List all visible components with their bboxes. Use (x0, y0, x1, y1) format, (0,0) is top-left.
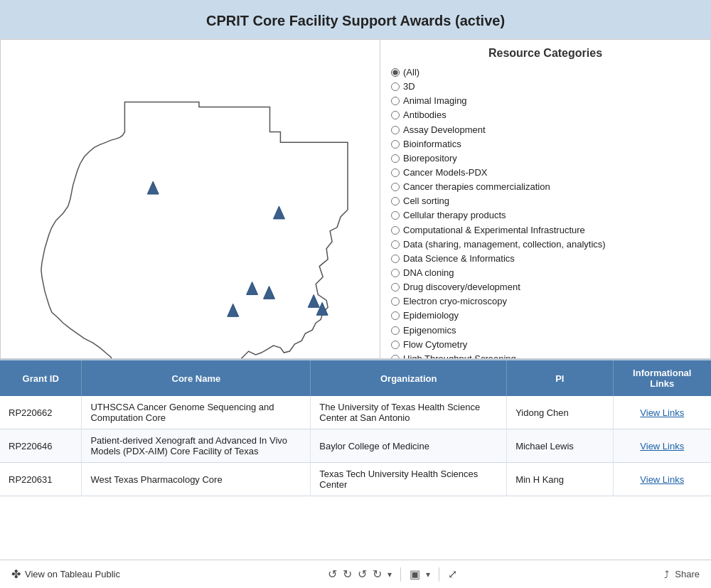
category-label: (All) (403, 65, 419, 80)
category-label: Epigenomics (403, 324, 456, 338)
category-radio[interactable] (391, 82, 400, 91)
main-container: CPRIT Core Facility Support Awards (acti… (0, 0, 711, 588)
category-radio[interactable] (391, 140, 400, 149)
category-radio[interactable] (391, 111, 400, 119)
category-item[interactable]: Assay Development (391, 123, 700, 137)
footer-center: ↺ ↻ ↺ ↻ ▾ ▣ ▾ ⤢ (328, 567, 457, 582)
resource-categories-title: Resource Categories (391, 47, 700, 60)
category-radio[interactable] (391, 197, 400, 205)
fullscreen-icon[interactable]: ⤢ (448, 567, 457, 581)
category-item[interactable]: 3D (391, 80, 700, 94)
col-header-organization: Organization (311, 360, 507, 396)
category-item[interactable]: Flow Cytometry (391, 338, 700, 352)
tableau-link[interactable]: View on Tableau Public (25, 569, 120, 579)
category-item[interactable]: Data (sharing, management, collection, a… (391, 237, 700, 252)
category-item[interactable]: Animal Imaging (391, 94, 700, 108)
category-item[interactable]: Cancer therapies commercialization (391, 180, 700, 194)
table-row: RP220646Patient-derived Xenograft and Ad… (0, 429, 711, 463)
category-label: DNA cloning (403, 266, 454, 280)
category-radio[interactable] (391, 341, 400, 349)
table-header-row: Grant ID Core Name Organization PI Infor… (0, 360, 711, 396)
category-item[interactable]: Cell sorting (391, 194, 700, 208)
category-label: Cell sorting (403, 194, 449, 208)
texas-outline (41, 102, 348, 358)
cell-organization: Texas Tech University Health Sciences Ce… (311, 463, 507, 496)
category-item[interactable]: Cellular therapy products (391, 208, 700, 223)
table-row: RP220631West Texas Pharmacology CoreTexa… (0, 463, 711, 496)
cell-pi: Michael Lewis (507, 429, 613, 463)
view-links-button[interactable]: View Links (640, 441, 684, 451)
category-label: Animal Imaging (403, 94, 467, 108)
resource-panel: Resource Categories (All)3DAnimal Imagin… (380, 39, 711, 359)
category-item[interactable]: Drug discovery/development (391, 280, 700, 294)
cell-organization: Baylor College of Medicine (311, 429, 507, 463)
undo2-icon[interactable]: ↺ (358, 567, 367, 581)
footer-bar: ✤ View on Tableau Public ↺ ↻ ↺ ↻ ▾ ▣ ▾ ⤢… (0, 560, 711, 588)
col-header-pi: PI (507, 360, 613, 396)
category-radio[interactable] (391, 68, 400, 77)
dropdown-arrow2[interactable]: ▾ (426, 570, 430, 579)
category-radio[interactable] (391, 154, 400, 163)
category-radio[interactable] (391, 240, 400, 249)
category-item[interactable]: DNA cloning (391, 266, 700, 280)
texas-map-svg (1, 40, 380, 358)
col-header-core-name: Core Name (82, 360, 311, 396)
category-radio[interactable] (391, 183, 400, 191)
category-label: Drug discovery/development (403, 280, 520, 294)
share-label[interactable]: Share (675, 569, 700, 579)
category-item[interactable]: Antibodies (391, 108, 700, 122)
cell-pi: Yidong Chen (507, 396, 613, 429)
undo-icon[interactable]: ↺ (328, 567, 337, 581)
view-links-button[interactable]: View Links (640, 474, 684, 485)
category-radio[interactable] (391, 211, 400, 220)
awards-table: Grant ID Core Name Organization PI Infor… (0, 360, 711, 496)
category-item[interactable]: Cancer Models-PDX (391, 166, 700, 180)
category-item[interactable]: Biorepository (391, 151, 700, 166)
view-links-button[interactable]: View Links (640, 407, 684, 418)
category-label: Assay Development (403, 123, 486, 137)
category-radio[interactable] (391, 255, 400, 263)
cell-grant-id: RP220646 (0, 429, 82, 463)
category-list: (All)3DAnimal ImagingAntibodiesAssay Dev… (391, 65, 700, 359)
table-section: Grant ID Core Name Organization PI Infor… (0, 359, 711, 560)
category-radio[interactable] (391, 269, 400, 277)
category-label: Data (sharing, management, collection, a… (403, 237, 606, 252)
category-radio[interactable] (391, 169, 400, 177)
table-row: RP220662UTHSCSA Cancer Genome Sequencing… (0, 396, 711, 429)
category-label: Cellular therapy products (403, 208, 506, 223)
col-header-links: InformationalLinks (613, 360, 711, 396)
category-radio[interactable] (391, 326, 400, 335)
cell-links: View Links (613, 463, 711, 496)
category-radio[interactable] (391, 297, 400, 306)
category-radio[interactable] (391, 226, 400, 235)
cell-grant-id: RP220631 (0, 463, 82, 496)
category-label: Bioinformatics (403, 137, 461, 151)
cell-grant-id: RP220662 (0, 396, 82, 429)
category-item[interactable]: Bioinformatics (391, 137, 700, 151)
category-label: Antibodies (403, 108, 447, 122)
view-icon[interactable]: ▣ (410, 567, 420, 581)
category-item[interactable]: Computational & Experimental Infrastruct… (391, 223, 700, 237)
map-panel (0, 39, 380, 359)
category-label: Flow Cytometry (403, 338, 467, 352)
category-item[interactable]: Data Science & Informatics (391, 252, 700, 266)
category-label: Cancer Models-PDX (403, 166, 488, 180)
category-label: High Throughput Screening (403, 352, 516, 359)
redo2-icon[interactable]: ↻ (373, 567, 382, 581)
dropdown-arrow[interactable]: ▾ (387, 570, 392, 579)
category-item[interactable]: High Throughput Screening (391, 352, 700, 359)
category-radio[interactable] (391, 311, 400, 320)
category-item[interactable]: Epidemiology (391, 309, 700, 323)
cell-core-name: UTHSCSA Cancer Genome Sequencing and Com… (82, 396, 311, 429)
category-item[interactable]: (All) (391, 65, 700, 80)
category-radio[interactable] (391, 97, 400, 105)
cell-pi: Min H Kang (507, 463, 613, 496)
category-item[interactable]: Epigenomics (391, 324, 700, 338)
redo-icon[interactable]: ↻ (343, 567, 352, 581)
table-body: RP220662UTHSCSA Cancer Genome Sequencing… (0, 396, 711, 496)
category-label: Data Science & Informatics (403, 252, 515, 266)
category-item[interactable]: Electron cryo-microscopy (391, 294, 700, 309)
category-radio[interactable] (391, 126, 400, 134)
col-header-grant-id: Grant ID (0, 360, 82, 396)
category-radio[interactable] (391, 283, 400, 292)
